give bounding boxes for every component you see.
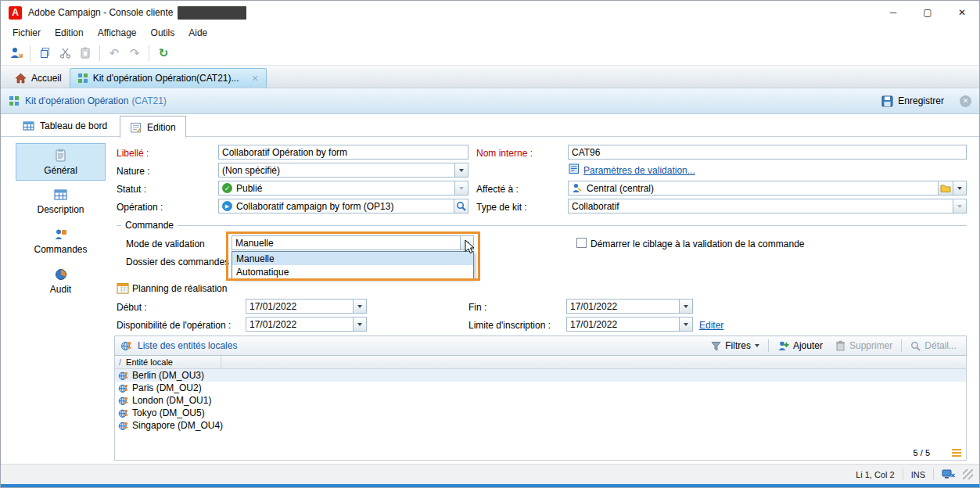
connection-status-icon: [942, 469, 955, 480]
commande-group-legend: Commande: [121, 220, 178, 231]
refresh-button[interactable]: ↻: [153, 44, 174, 63]
disponibilite-dropdown-button[interactable]: [353, 318, 366, 331]
tab-tableau-de-bord-label: Tableau de bord: [40, 120, 107, 131]
operation-select-button[interactable]: [454, 199, 468, 214]
tab-accueil-label: Accueil: [31, 73, 62, 84]
debut-dropdown-button[interactable]: [353, 300, 366, 313]
affecte-dropdown-button[interactable]: [953, 181, 966, 195]
undo-button[interactable]: ↶: [104, 44, 124, 63]
fin-date-combobox[interactable]: 17/01/2022: [566, 299, 693, 314]
magnifier-icon: [456, 201, 466, 211]
chevron-down-icon: [459, 169, 464, 172]
menu-edition[interactable]: Edition: [48, 26, 91, 40]
entity-icon: [118, 396, 128, 406]
add-entity-icon: [777, 340, 789, 352]
save-button[interactable]: Enregistrer: [877, 94, 949, 109]
statusbar: Li 1, Col 2 INS: [1, 464, 979, 484]
filtres-button[interactable]: Filtres: [707, 339, 763, 353]
sidebar-item-audit[interactable]: Audit: [16, 263, 106, 300]
mode-validation-label: Mode de validation: [126, 239, 205, 249]
titlebar: A Adobe Campaign - Console cliente ─ ▢ ✕: [1, 1, 979, 24]
filter-funnel-icon: [711, 341, 721, 351]
operation-field[interactable]: ▶ Collaboratif campaign by form (OP13): [218, 199, 454, 214]
tab-tableau-de-bord[interactable]: Tableau de bord: [13, 116, 117, 136]
magnifier-icon: [910, 341, 921, 351]
minimize-button[interactable]: ─: [876, 1, 910, 24]
cut-button[interactable]: [55, 44, 75, 63]
type-kit-value: Collaboratif: [569, 201, 953, 212]
sidebar-item-commandes[interactable]: Commandes: [16, 223, 106, 260]
copy-icon: [39, 47, 51, 59]
tab-close-icon[interactable]: ✕: [252, 74, 259, 84]
menu-fichier[interactable]: Fichier: [5, 26, 48, 40]
nature-value: (Non spécifié): [219, 165, 454, 176]
mode-validation-value: Manuelle: [232, 238, 460, 249]
close-document-icon[interactable]: ✕: [960, 95, 971, 107]
statut-dropdown-button[interactable]: [454, 181, 468, 195]
parametres-validation-link[interactable]: Paramètres de validation...: [583, 165, 695, 176]
menu-aide[interactable]: Aide: [181, 26, 214, 40]
fin-dropdown-button[interactable]: [679, 300, 692, 313]
sidebar-item-general[interactable]: Général: [16, 143, 106, 181]
detail-label: Détail...: [924, 340, 957, 351]
paste-button[interactable]: [75, 44, 95, 63]
affecte-folder-button[interactable]: [938, 181, 953, 195]
dropdown-option-manuelle[interactable]: Manuelle: [232, 252, 473, 265]
nature-dropdown-button[interactable]: [454, 163, 468, 177]
limite-date-combobox[interactable]: 17/01/2022: [566, 317, 693, 332]
list-menu-icon[interactable]: [952, 449, 961, 457]
editer-link[interactable]: Editer: [699, 320, 723, 331]
table-row-berlin[interactable]: Berlin (DM_OU3): [115, 369, 966, 382]
detail-button[interactable]: Détail...: [906, 339, 960, 353]
redo-button[interactable]: ↷: [124, 44, 145, 63]
entities-list-title: Liste des entités locales: [138, 340, 237, 351]
planning-section-title: Planning de réalisation: [132, 283, 227, 294]
demarrer-ciblage-checkbox[interactable]: [576, 238, 587, 248]
operation-kit-icon: [9, 95, 20, 106]
limite-date-value: 17/01/2022: [567, 319, 679, 330]
tab-accueil[interactable]: Accueil: [7, 68, 70, 88]
close-button[interactable]: ✕: [945, 1, 979, 24]
entities-table-header[interactable]: / Entité locale: [115, 356, 966, 369]
table-row-tokyo[interactable]: Tokyo (DM_OU5): [115, 407, 966, 419]
mode-validation-dropdown-button[interactable]: [460, 236, 473, 249]
chevron-down-icon: [684, 305, 688, 308]
copy-button[interactable]: [34, 44, 55, 63]
folder-icon: [940, 184, 951, 192]
dropdown-option-automatique[interactable]: Automatique: [232, 265, 473, 278]
tab-kit-operation[interactable]: Kit d'opération Opération(CAT21)... ✕: [70, 68, 267, 88]
nom-interne-input[interactable]: CAT96: [568, 145, 967, 160]
chevron-down-icon: [684, 323, 688, 326]
table-row-paris[interactable]: Paris (DM_OU2): [115, 382, 966, 394]
type-kit-combobox[interactable]: Collaboratif: [568, 199, 967, 214]
nature-combobox[interactable]: (Non spécifié): [218, 163, 468, 178]
libelle-input[interactable]: Collaboratif Opération by form: [218, 145, 468, 160]
supprimer-button[interactable]: Supprimer: [831, 339, 896, 353]
debut-date-combobox[interactable]: 17/01/2022: [246, 299, 367, 314]
affecte-field[interactable]: Central (central): [568, 181, 967, 196]
entities-table: / Entité locale Berlin (DM_OU3) Paris (D…: [114, 356, 967, 461]
table-row-label: Berlin (DM_OU3): [132, 370, 204, 381]
disponibilite-date-combobox[interactable]: 17/01/2022: [246, 317, 367, 332]
type-kit-dropdown-button[interactable]: [953, 199, 966, 213]
sidebar-item-description[interactable]: Description: [16, 183, 106, 221]
tab-edition[interactable]: Edition: [120, 116, 186, 138]
new-connection-button[interactable]: [5, 44, 26, 63]
menu-outils[interactable]: Outils: [144, 26, 182, 40]
operation-value: Collaboratif campaign by form (OP13): [236, 201, 393, 212]
operation-label: Opération :: [117, 202, 163, 213]
table-row-label: Paris (DM_OU2): [132, 382, 202, 393]
statut-combobox[interactable]: ✓ Publié: [218, 181, 468, 196]
ajouter-button[interactable]: Ajouter: [774, 339, 827, 353]
mode-validation-combobox[interactable]: Manuelle: [232, 235, 474, 250]
table-row-singapore[interactable]: Singapore (DM_OU4): [115, 419, 966, 432]
menu-affichage[interactable]: Affichage: [91, 26, 144, 40]
table-row-london[interactable]: London (DM_OU1): [115, 394, 966, 407]
maximize-button[interactable]: ▢: [910, 1, 945, 24]
chevron-down-icon: [957, 187, 962, 190]
libelle-label: Libellé :: [117, 148, 149, 159]
status-separator: [933, 468, 934, 480]
limite-dropdown-button[interactable]: [679, 318, 692, 331]
new-connection-icon: [9, 47, 23, 59]
resize-grip[interactable]: [963, 469, 973, 479]
